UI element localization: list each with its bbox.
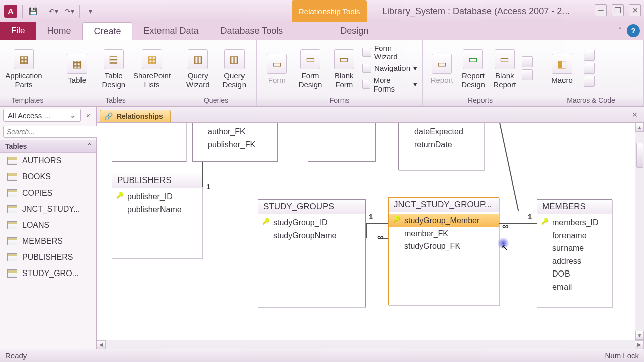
field[interactable]: studyGroup_FK xyxy=(389,240,499,253)
tab-create[interactable]: Create xyxy=(82,22,132,40)
table-icon xyxy=(7,205,17,213)
table-box-members[interactable]: MEMBERS members_ID forename surname addr… xyxy=(537,199,612,307)
scroll-left-button[interactable]: ◀ xyxy=(97,340,106,349)
scroll-thumb[interactable] xyxy=(636,143,643,168)
table-title[interactable]: STUDY_GROUPS xyxy=(258,200,365,214)
field[interactable]: author_FK xyxy=(193,125,277,138)
nav-section-tables[interactable]: Tables˄ xyxy=(0,140,96,153)
report-design-button[interactable]: ▭Report Design xyxy=(459,47,487,89)
field-pk[interactable]: studyGroup_ID xyxy=(258,216,365,229)
vba-icon[interactable] xyxy=(584,76,595,87)
doc-tab-relationships[interactable]: 🔗 Relationships xyxy=(100,110,171,122)
report-button[interactable]: ▭Report xyxy=(428,52,456,84)
class-module-icon[interactable] xyxy=(584,63,595,74)
query-wizard-button[interactable]: ▥Query Wizard xyxy=(181,47,215,89)
field[interactable]: dateExpected xyxy=(399,125,484,138)
sharepoint-lists-button[interactable]: ▦SharePoint Lists xyxy=(133,47,171,89)
restore-button[interactable]: ❐ xyxy=(612,4,624,16)
form-wizard-button[interactable]: Form Wizard xyxy=(362,44,417,61)
table-box-loans-partial[interactable]: dateExpected returnDate xyxy=(398,123,484,170)
field[interactable]: publisherName xyxy=(112,203,202,216)
form-design-button[interactable]: ▭Form Design xyxy=(295,47,326,89)
table-icon xyxy=(7,237,17,245)
qat-customize[interactable]: ▾ xyxy=(82,3,98,19)
field[interactable]: publisher_FK xyxy=(193,138,277,151)
macro-button[interactable]: ◧Macro xyxy=(543,52,581,84)
nav-category-dropdown[interactable]: All Access ...⌄ xyxy=(3,109,81,122)
table-box-publishers[interactable]: PUBLISHERS publisher_ID publisherName xyxy=(112,173,202,258)
navigation-button[interactable]: Navigation ▾ xyxy=(362,64,417,73)
more-forms-icon xyxy=(362,80,370,89)
table-box-jnct-study-group[interactable]: JNCT_STUDY_GROUP... studyGroup_Member me… xyxy=(388,197,499,305)
field[interactable]: DOB xyxy=(537,267,612,281)
field[interactable]: address xyxy=(537,255,612,268)
contextual-tab-label: Relationship Tools xyxy=(292,0,367,22)
group-queries-label: Queries xyxy=(176,96,256,106)
table-button[interactable]: ▦Table xyxy=(60,52,94,84)
scroll-right-button[interactable]: ▶ xyxy=(635,340,644,349)
field[interactable]: forename xyxy=(537,229,612,242)
chevron-down-icon: ⌄ xyxy=(70,111,76,120)
save-icon[interactable]: 💾 xyxy=(25,3,41,19)
scroll-up-button[interactable]: ▲ xyxy=(635,123,644,132)
table-title[interactable]: JNCT_STUDY_GROUP... xyxy=(389,198,499,212)
field[interactable]: email xyxy=(537,281,612,294)
labels-icon[interactable] xyxy=(522,69,533,80)
form-button[interactable]: ▭Form xyxy=(262,52,292,84)
table-box-partial-2[interactable] xyxy=(308,123,376,162)
nav-search-input[interactable] xyxy=(3,126,99,138)
application-parts-button[interactable]: ▦Application Parts xyxy=(5,47,42,89)
field-pk[interactable]: members_ID xyxy=(537,216,612,229)
field[interactable]: studyGroupName xyxy=(258,229,365,242)
vertical-scrollbar[interactable]: ▲ ▼ xyxy=(635,123,644,340)
table-box-partial-1[interactable] xyxy=(112,123,186,162)
query-design-button[interactable]: ▥Query Design xyxy=(218,47,252,89)
undo-button[interactable]: ↶▾ xyxy=(45,3,61,19)
collapse-ribbon-button[interactable]: ˄ xyxy=(618,26,622,34)
nav-item-members[interactable]: MEMBERS xyxy=(0,233,96,249)
table-box-books-partial[interactable]: author_FK publisher_FK xyxy=(192,123,278,162)
field[interactable]: surname xyxy=(537,242,612,255)
relationships-icon: 🔗 xyxy=(104,112,113,120)
table-icon xyxy=(7,173,17,181)
relationships-canvas[interactable]: author_FK publisher_FK dateExpected retu… xyxy=(97,123,644,349)
help-button[interactable]: ? xyxy=(627,24,640,37)
tab-home[interactable]: Home xyxy=(36,22,82,40)
tab-external-data[interactable]: External Data xyxy=(132,22,209,40)
report-wizard-icon[interactable] xyxy=(522,56,533,67)
blank-report-button[interactable]: ▭Blank Report xyxy=(491,47,519,89)
relationship-line[interactable] xyxy=(366,223,388,224)
nav-item-jnct-study[interactable]: JNCT_STUDY... xyxy=(0,201,96,217)
table-icon xyxy=(7,189,17,197)
field-pk[interactable]: publisher_ID xyxy=(112,190,202,203)
nav-item-loans[interactable]: LOANS xyxy=(0,217,96,233)
tab-database-tools[interactable]: Database Tools xyxy=(210,22,294,40)
tab-design[interactable]: Design xyxy=(329,22,379,40)
close-document-button[interactable]: ✕ xyxy=(630,110,640,120)
table-box-study-groups[interactable]: STUDY_GROUPS studyGroup_ID studyGroupNam… xyxy=(258,199,366,307)
minimize-button[interactable]: ─ xyxy=(595,4,607,16)
table-design-button[interactable]: ▤Table Design xyxy=(97,47,131,89)
nav-item-study-groups[interactable]: STUDY_GRO... xyxy=(0,265,96,282)
field[interactable]: returnDate xyxy=(399,138,484,151)
redo-button[interactable]: ↷▾ xyxy=(61,3,77,19)
horizontal-scrollbar[interactable]: ◀ ▶ xyxy=(97,340,644,349)
blank-form-button[interactable]: ▭Blank Form xyxy=(329,47,359,89)
tab-file[interactable]: File xyxy=(0,22,36,40)
relationship-line[interactable] xyxy=(499,123,519,211)
module-icon[interactable] xyxy=(584,50,595,61)
nav-item-publishers[interactable]: PUBLISHERS xyxy=(0,249,96,265)
nav-item-authors[interactable]: AUTHORS xyxy=(0,153,96,169)
table-title[interactable]: PUBLISHERS xyxy=(112,173,202,188)
nav-collapse-button[interactable]: « xyxy=(83,109,93,121)
relationship-line[interactable] xyxy=(366,223,367,238)
field-pk-selected[interactable]: studyGroup_Member xyxy=(389,214,499,227)
table-title[interactable]: MEMBERS xyxy=(537,200,612,214)
scroll-down-button[interactable]: ▼ xyxy=(635,331,644,340)
field[interactable]: member_FK xyxy=(389,227,499,240)
more-forms-button[interactable]: More Forms ▾ xyxy=(362,76,417,93)
close-button[interactable]: ✕ xyxy=(629,4,641,16)
nav-item-books[interactable]: BOOKS xyxy=(0,169,96,185)
nav-item-copies[interactable]: COPIES xyxy=(0,185,96,201)
relationship-line[interactable] xyxy=(202,162,203,187)
